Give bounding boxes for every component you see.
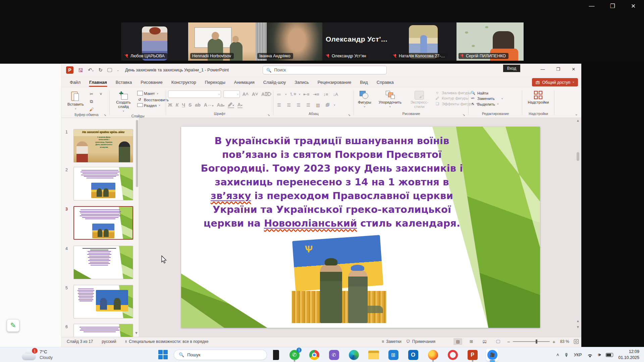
clock[interactable]: 12:09 01.10.2025	[618, 349, 639, 361]
taskbar-app-outlook[interactable]: O	[407, 349, 419, 361]
previous-slide-icon[interactable]: ▲	[576, 319, 580, 323]
section-button[interactable]: Раздел˅	[137, 103, 169, 108]
replace-button[interactable]: ᵃᵇЗаменить˅	[471, 97, 520, 101]
shrink-font-icon[interactable]: A˅	[252, 92, 258, 97]
restore-icon[interactable]: ❐	[550, 64, 566, 74]
taskbar-app-zoom-active[interactable]: 🎥	[486, 349, 498, 361]
line-spacing-icon[interactable]: ↕≡	[322, 91, 329, 98]
taskbar-app-firefox[interactable]	[427, 349, 439, 361]
share-button[interactable]: 🖄 Общий доступ ˅	[532, 78, 578, 86]
taskbar-app-edge[interactable]	[347, 349, 360, 361]
save-icon[interactable]: 🖫	[78, 67, 83, 73]
slideshow-view-icon[interactable]: 🖵	[494, 338, 502, 345]
language-indicator[interactable]: русский	[102, 339, 116, 344]
close-icon[interactable]: ✕	[629, 3, 638, 10]
undo-icon[interactable]: ↶˅	[88, 67, 94, 73]
thumbnail-scrollbar[interactable]	[136, 120, 138, 187]
tab-insert[interactable]: Вставка	[112, 77, 136, 88]
paste-button[interactable]: Вставить˅	[65, 90, 86, 111]
align-right-icon[interactable]: ☰	[295, 102, 302, 108]
taskbar-app-chrome[interactable]	[308, 349, 320, 361]
start-button[interactable]	[158, 350, 168, 360]
quick-styles-button[interactable]: Экспресс-стили	[407, 90, 432, 110]
font-color-button[interactable]: A˅	[237, 102, 243, 108]
font-name-combobox[interactable]: ˅	[168, 90, 221, 98]
dialog-launcher-icon[interactable]: ⇘	[348, 113, 351, 117]
highlight-color-button[interactable]: 🖉˅	[228, 102, 234, 108]
annotation-pen-button[interactable]: ✎	[7, 319, 19, 332]
zoom-percentage[interactable]: 83 %	[560, 339, 569, 344]
dialog-launcher-icon[interactable]: ⇘	[463, 113, 465, 117]
microphone-in-use-icon[interactable]: 🎙	[564, 352, 569, 358]
slide-sorter-view-icon[interactable]: ⊞	[467, 338, 476, 345]
new-slide-button[interactable]: ✚ Создать слайд˅	[112, 90, 135, 114]
close-icon[interactable]: ✕	[566, 64, 581, 74]
clear-formatting-icon[interactable]: A⌦	[261, 92, 271, 97]
tab-transitions[interactable]: Переходы	[201, 77, 229, 88]
bold-button[interactable]: Ж	[168, 102, 172, 108]
slide-thumbnail-3-selected[interactable]	[73, 206, 133, 240]
slide-text[interactable]: В українській традиції вшанування воїнів…	[185, 134, 479, 230]
shapes-button[interactable]: Фигуры˅	[356, 90, 373, 109]
tray-chevron-up-icon[interactable]: ˄	[556, 352, 559, 358]
tab-animations[interactable]: Анимация	[230, 77, 258, 88]
tab-slideshow[interactable]: Слайд-шоу	[260, 77, 289, 88]
dialog-launcher-icon[interactable]: ⇘	[267, 113, 270, 117]
accessibility-status[interactable]: 🯅 Специальные возможности: все в порядке	[125, 339, 208, 344]
shadow-button[interactable]: S	[189, 102, 192, 108]
taskbar-app-viber[interactable]: ✆	[328, 349, 340, 361]
tab-record[interactable]: Запись	[291, 77, 313, 88]
paste-options-chevron-icon[interactable]: ˅	[97, 90, 105, 97]
smartart-convert-icon[interactable]: 🗊	[324, 102, 331, 108]
layout-button[interactable]: Макет˅	[137, 91, 169, 96]
scroll-up-icon[interactable]: ▲	[576, 119, 580, 122]
tab-view[interactable]: Вид	[356, 77, 372, 88]
zoom-in-icon[interactable]: +	[552, 339, 555, 345]
tab-home[interactable]: Главная	[86, 77, 111, 88]
slide-image-soldiers[interactable]: Ѱ	[292, 235, 386, 323]
reset-button[interactable]: ↺Восстановить	[137, 98, 169, 102]
tab-draw[interactable]: Рисование	[137, 77, 166, 88]
strikethrough-button[interactable]: ab	[195, 102, 200, 108]
zoom-slider-thumb[interactable]	[536, 340, 537, 344]
character-spacing-button[interactable]: A⇔˅	[204, 102, 214, 108]
taskbar-app-widgets[interactable]	[268, 349, 281, 361]
addins-button[interactable]: Надстройки	[526, 90, 551, 106]
battery-icon[interactable]	[606, 353, 613, 357]
tab-file[interactable]: Файл	[66, 77, 84, 88]
decrease-indent-icon[interactable]: ⇤≡	[303, 91, 310, 98]
align-left-icon[interactable]: ☰	[275, 102, 283, 108]
find-button[interactable]: 🔍Найти	[471, 91, 520, 95]
fit-slide-to-window-icon[interactable]	[574, 339, 579, 344]
slide-thumbnail-1[interactable]: На захисті країни крізь віки 1 жовтня Де…	[73, 129, 133, 163]
zoom-out-icon[interactable]: −	[507, 339, 510, 345]
scrollbar-thumb[interactable]	[577, 152, 579, 161]
dialog-launcher-icon[interactable]: ⇘	[104, 113, 106, 117]
wifi-icon[interactable]	[587, 353, 593, 357]
redo-icon[interactable]: ↻	[98, 67, 103, 73]
select-button[interactable]: ↖Выделить˅	[471, 102, 520, 106]
tab-help[interactable]: Справка	[373, 77, 397, 88]
taskbar-app-opera[interactable]	[446, 349, 459, 361]
signin-button[interactable]: Вход	[503, 65, 520, 72]
next-slide-icon[interactable]: ▼	[576, 325, 580, 329]
slide-thumbnail-6[interactable]	[73, 324, 133, 337]
align-center-icon[interactable]: ☰	[285, 102, 292, 108]
increase-indent-icon[interactable]: ⇥≡	[312, 91, 320, 98]
participant-video-active-speaker[interactable]: Іванна Андріяко	[255, 22, 322, 61]
columns-icon[interactable]: ▥	[314, 102, 322, 108]
qat-customize-chevron-icon[interactable]: ⌄	[117, 69, 119, 72]
slide-thumbnail-4[interactable]	[73, 246, 133, 279]
maximize-icon[interactable]: ❐	[608, 3, 617, 10]
normal-view-icon[interactable]: ▤	[453, 338, 462, 345]
collapse-ribbon-chevron-icon[interactable]: ⌄	[575, 112, 578, 116]
italic-button[interactable]: К	[176, 102, 179, 108]
text-direction-icon[interactable]: ↓A	[332, 91, 339, 98]
participant-video[interactable]: Сергій ПИЛИПЕНКО	[457, 22, 524, 61]
thumbnail-scroll-down-icon[interactable]: ▼	[135, 331, 138, 335]
participant-video[interactable]: Hennadii Horbovtsov	[188, 22, 255, 61]
grow-font-icon[interactable]: A˄	[242, 92, 248, 97]
taskbar-app-store[interactable]: ⊞	[387, 349, 399, 361]
copy-icon[interactable]: ⧉	[88, 98, 95, 105]
language-switcher[interactable]: УКР	[574, 353, 582, 357]
